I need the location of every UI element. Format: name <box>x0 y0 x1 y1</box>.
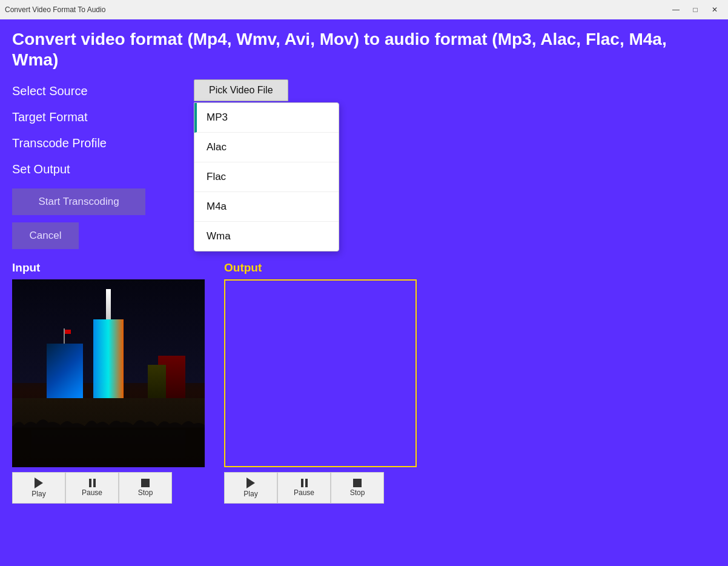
input-stop-label: Stop <box>138 488 153 497</box>
flag <box>65 330 71 334</box>
input-stop-button[interactable]: Stop <box>119 472 172 504</box>
close-button[interactable]: ✕ <box>706 4 723 16</box>
dropdown-item-alac[interactable]: Alac <box>194 133 339 162</box>
output-pause-bar-1 <box>301 479 303 487</box>
crowd-silhouette <box>12 426 205 467</box>
dropdown-item-m4a[interactable]: M4a <box>194 192 339 222</box>
controls-row: Select Source Target Format Transcode Pr… <box>12 84 716 249</box>
crowd-heads <box>12 413 205 428</box>
input-media-controls: Play Pause Stop <box>12 472 205 504</box>
select-source-label[interactable]: Select Source <box>12 84 194 98</box>
input-pause-button[interactable]: Pause <box>65 472 119 504</box>
play-icon <box>35 478 43 488</box>
dropdown-item-wma[interactable]: Wma <box>194 222 339 251</box>
flag-pole <box>64 328 65 344</box>
input-video-preview <box>12 279 205 467</box>
format-dropdown: MP3 Alac Flac M4a Wma <box>194 102 339 251</box>
main-content: Convert video format (Mp4, Wmv, Avi, Mov… <box>0 19 728 566</box>
city-scene <box>12 279 205 467</box>
start-transcoding-button[interactable]: Start Transcoding <box>12 188 145 215</box>
dropdown-item-mp3[interactable]: MP3 <box>194 103 339 133</box>
dropdown-item-flac[interactable]: Flac <box>194 162 339 192</box>
input-play-label: Play <box>31 490 45 498</box>
output-pause-icon <box>301 479 308 487</box>
output-pause-bar-2 <box>305 479 308 487</box>
input-pause-label: Pause <box>82 488 102 497</box>
pause-bar-1 <box>89 479 91 487</box>
output-stop-button[interactable]: Stop <box>331 472 384 504</box>
output-block: Output Play Pause Stop <box>224 261 417 504</box>
minimize-button[interactable]: — <box>667 4 684 16</box>
cancel-button[interactable]: Cancel <box>12 222 79 249</box>
output-play-label: Play <box>243 490 257 498</box>
pick-video-file-button[interactable]: Pick Video File <box>194 79 288 101</box>
main-tower <box>93 319 124 398</box>
output-media-controls: Play Pause Stop <box>224 472 417 504</box>
maximize-button[interactable]: □ <box>687 4 704 16</box>
output-video-preview <box>224 279 417 467</box>
sidebar-labels: Select Source Target Format Transcode Pr… <box>12 84 194 249</box>
target-format-label[interactable]: Target Format <box>12 110 194 124</box>
output-stop-label: Stop <box>350 488 365 497</box>
pick-area: Pick Video File MP3 Alac Flac M4a Wma <box>194 79 288 101</box>
output-pause-button[interactable]: Pause <box>277 472 331 504</box>
output-label: Output <box>224 261 417 275</box>
transcode-profile-label[interactable]: Transcode Profile <box>12 136 194 150</box>
io-section: Input <box>12 261 716 504</box>
pause-bar-2 <box>93 479 96 487</box>
input-play-button[interactable]: Play <box>12 472 65 504</box>
action-buttons: Start Transcoding Cancel <box>12 188 194 249</box>
tower-spire <box>106 289 111 319</box>
output-stop-icon <box>353 479 362 487</box>
output-play-button[interactable]: Play <box>224 472 277 504</box>
stop-icon <box>141 479 150 487</box>
input-block: Input <box>12 261 205 504</box>
set-output-label[interactable]: Set Output <box>12 162 194 176</box>
input-label: Input <box>12 261 205 275</box>
window-controls: — □ ✕ <box>667 4 723 16</box>
building-left <box>47 344 83 398</box>
page-title: Convert video format (Mp4, Wmv, Avi, Mov… <box>12 29 716 70</box>
building-right2 <box>148 365 166 398</box>
title-bar: Convert Video Format To Audio — □ ✕ <box>0 0 728 19</box>
output-play-icon <box>247 478 255 488</box>
window-title: Convert Video Format To Audio <box>5 5 105 14</box>
pause-icon <box>89 479 96 487</box>
output-pause-label: Pause <box>294 488 314 497</box>
